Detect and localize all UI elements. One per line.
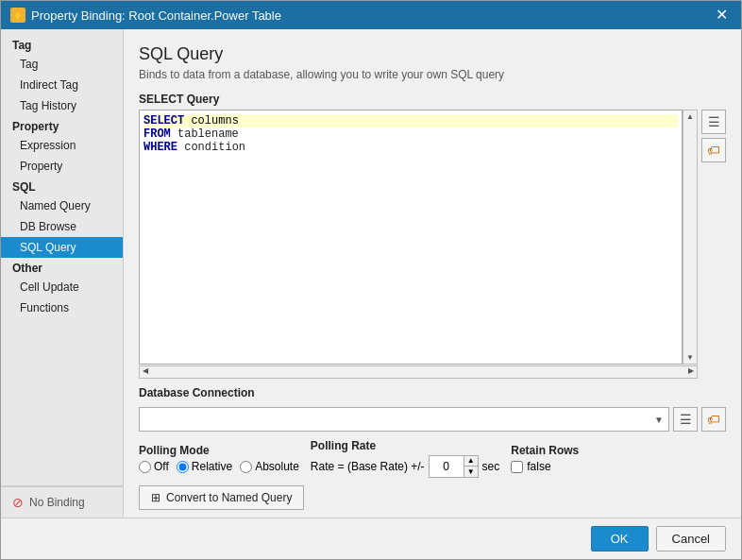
query-tag-button[interactable]: 🏷: [701, 138, 726, 162]
convert-label: Convert to Named Query: [166, 491, 292, 504]
scroll-down-arrow[interactable]: ▼: [684, 351, 696, 364]
db-connection-dropdown-wrapper: ▼: [139, 407, 669, 432]
query-editor[interactable]: SELECT columns FROM tablename WHERE cond…: [139, 110, 683, 365]
convert-icon: ⊞: [151, 491, 160, 504]
db-connection-row: Database Connection: [139, 386, 726, 399]
retain-rows-group: Retain Rows false: [511, 444, 579, 473]
app-icon: ⚡: [10, 8, 25, 23]
scroll-left-arrow[interactable]: ◀: [140, 366, 151, 378]
query-format-button[interactable]: ☰: [701, 110, 726, 134]
scroll-right-arrow[interactable]: ▶: [685, 366, 697, 378]
content-title: SQL Query: [139, 44, 726, 64]
sidebar-group-property: Property: [1, 116, 123, 135]
query-editor-with-vscroll: SELECT columns FROM tablename WHERE cond…: [139, 110, 698, 365]
sidebar-group-tag: Tag: [1, 35, 123, 54]
sidebar-nav: Tag Tag Indirect Tag Tag History Propert…: [1, 29, 123, 485]
polling-mode-radio-group: Off Relative Absolute: [139, 460, 299, 473]
polling-rate-spinner: ▲ ▼: [429, 455, 479, 478]
content-subtitle: Binds to data from a database, allowing …: [139, 68, 726, 81]
polling-rate-inner: Rate = (Base Rate) +/- ▲ ▼ sec: [311, 455, 499, 478]
polling-rate-group: Polling Rate Rate = (Base Rate) +/- ▲ ▼ …: [311, 439, 499, 478]
sidebar-item-cell-update[interactable]: Cell Update: [1, 277, 123, 297]
polling-relative-radio[interactable]: [177, 461, 189, 473]
main-content: SQL Query Binds to data from a database,…: [124, 29, 741, 518]
query-line-3: WHERE condition: [143, 141, 678, 154]
db-edit-button[interactable]: ☰: [673, 407, 698, 432]
polling-absolute-radio[interactable]: [240, 461, 252, 473]
sidebar-item-tag[interactable]: Tag: [1, 54, 123, 75]
query-section: SELECT columns FROM tablename WHERE cond…: [139, 110, 726, 379]
sidebar-group-other: Other: [1, 258, 123, 277]
db-connection-input-row: ▼ ☰ 🏷: [139, 407, 726, 432]
db-tag-icon: 🏷: [707, 412, 720, 427]
polling-off-option[interactable]: Off: [139, 460, 169, 473]
polling-off-radio[interactable]: [139, 461, 151, 473]
query-editor-wrap: SELECT columns FROM tablename WHERE cond…: [139, 110, 698, 379]
sidebar-item-property[interactable]: Property: [1, 156, 123, 177]
sidebar: Tag Tag Indirect Tag Tag History Propert…: [1, 29, 124, 518]
retain-rows-checkbox[interactable]: [511, 461, 523, 473]
sidebar-item-db-browse[interactable]: DB Browse: [1, 216, 123, 237]
no-binding-icon: ⊘: [12, 495, 24, 510]
db-tag-button[interactable]: 🏷: [701, 407, 726, 432]
query-side-buttons: ☰ 🏷: [701, 110, 726, 379]
sidebar-item-functions[interactable]: Functions: [1, 297, 123, 318]
sidebar-item-sql-query[interactable]: SQL Query: [1, 237, 123, 258]
query-line-1: SELECT columns: [143, 114, 678, 127]
sidebar-item-expression[interactable]: Expression: [1, 135, 123, 156]
retain-rows-label: Retain Rows: [511, 444, 579, 457]
polling-rate-label: Polling Rate: [311, 439, 499, 452]
polling-relative-option[interactable]: Relative: [177, 460, 232, 473]
polling-rate-input[interactable]: [430, 456, 464, 477]
polling-absolute-option[interactable]: Absolute: [240, 460, 299, 473]
tag-icon: 🏷: [707, 143, 720, 158]
close-button[interactable]: ✕: [712, 8, 732, 23]
spinner-down-button[interactable]: ▼: [464, 467, 478, 477]
title-bar-left: ⚡ Property Binding: Root Container.Power…: [10, 8, 281, 23]
polling-mode-group: Polling Mode Off Relative Absolute: [139, 444, 299, 473]
db-connection-select[interactable]: [139, 407, 669, 432]
polling-rate-suffix: sec: [482, 460, 500, 473]
sidebar-group-sql: SQL: [1, 177, 123, 195]
dialog: ⚡ Property Binding: Root Container.Power…: [0, 0, 742, 560]
convert-to-named-query-button[interactable]: ⊞ Convert to Named Query: [139, 485, 304, 510]
no-binding-button[interactable]: ⊘ No Binding: [1, 486, 123, 518]
dialog-title: Property Binding: Root Container.Power T…: [31, 8, 281, 23]
vertical-scrollbar[interactable]: ▲ ▼: [683, 110, 698, 365]
spinner-up-button[interactable]: ▲: [464, 456, 478, 467]
query-line-2: FROM tablename: [143, 127, 678, 141]
sidebar-bottom: ⊘ No Binding: [1, 485, 123, 518]
dialog-body: Tag Tag Indirect Tag Tag History Propert…: [1, 29, 741, 518]
horizontal-scrollbar[interactable]: ◀ ▶: [139, 365, 698, 379]
title-bar: ⚡ Property Binding: Root Container.Power…: [1, 1, 741, 29]
dialog-footer: OK Cancel: [1, 518, 741, 559]
convert-button-row: ⊞ Convert to Named Query: [139, 485, 726, 510]
sidebar-item-named-query[interactable]: Named Query: [1, 195, 123, 216]
select-query-label: SELECT Query: [139, 93, 726, 106]
sidebar-item-tag-history[interactable]: Tag History: [1, 95, 123, 116]
edit-icon: ☰: [680, 412, 692, 427]
format-icon: ☰: [708, 114, 720, 129]
ok-button[interactable]: OK: [591, 526, 649, 552]
retain-rows-inner: false: [511, 460, 579, 473]
polling-mode-label: Polling Mode: [139, 444, 299, 457]
db-connection-label: Database Connection: [139, 386, 255, 399]
sidebar-item-indirect-tag[interactable]: Indirect Tag: [1, 75, 123, 95]
h-scroll-track: [151, 366, 685, 378]
cancel-button[interactable]: Cancel: [656, 526, 726, 552]
scroll-up-arrow[interactable]: ▲: [684, 110, 696, 123]
retain-rows-value: false: [527, 460, 550, 473]
polling-row: Polling Mode Off Relative Absolute: [139, 439, 726, 478]
spinner-buttons: ▲ ▼: [464, 456, 478, 477]
no-binding-label: No Binding: [29, 496, 85, 509]
polling-rate-prefix: Rate = (Base Rate) +/-: [311, 460, 425, 473]
